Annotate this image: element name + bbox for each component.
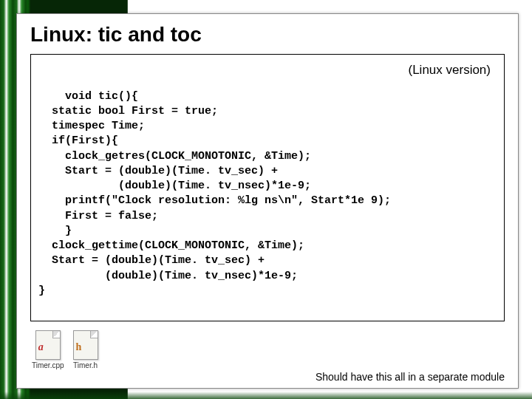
cpp-file-icon: a [35,330,61,360]
code-box: (Linux version) void tic(){ static bool … [30,54,505,321]
slide-card: Linux: tic and toc (Linux version) void … [16,13,519,389]
file-icons-row: a Timer.cpp h Timer.h [32,330,505,369]
file-icon-timer-cpp: a Timer.cpp [32,330,64,369]
file-label: Timer.h [73,361,98,369]
slide-title: Linux: tic and toc [30,23,505,47]
file-label: Timer.cpp [32,361,64,369]
file-icon-timer-h: h Timer.h [73,330,98,369]
bottom-accent-bar [0,392,532,399]
footer-note: Should have this all in a separate modul… [30,371,505,383]
code-content: void tic(){ static bool First = true; ti… [38,90,391,297]
h-file-icon: h [73,330,98,360]
version-label: (Linux version) [409,62,491,79]
